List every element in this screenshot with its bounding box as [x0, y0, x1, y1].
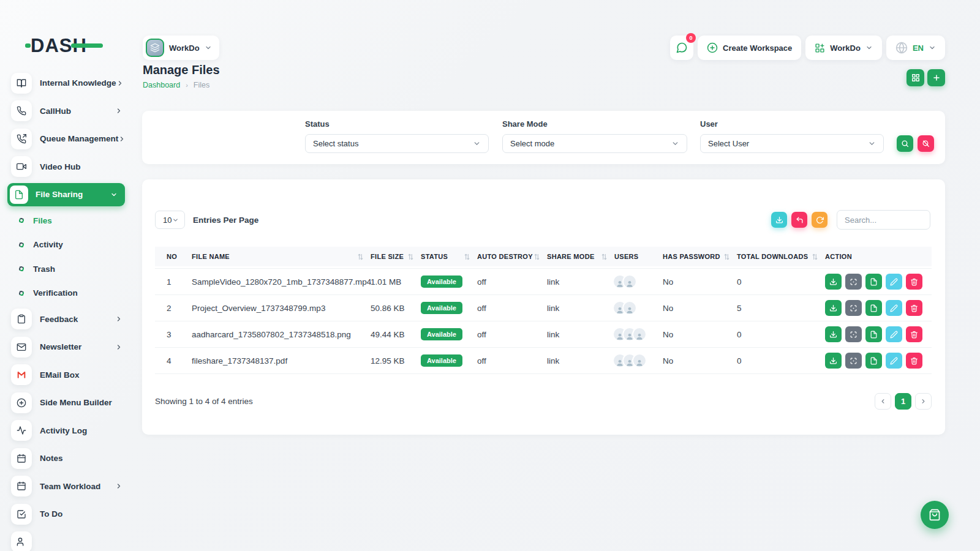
file-details-button[interactable]: [865, 326, 882, 342]
refresh-icon: [816, 216, 824, 224]
qr-scan-button[interactable]: [845, 326, 862, 342]
sidebar-subitem-label: Trash: [33, 264, 55, 274]
table-search-input[interactable]: [837, 210, 930, 230]
delete-button[interactable]: [906, 353, 922, 369]
undo-button[interactable]: [791, 212, 807, 228]
grid-view-button[interactable]: [907, 69, 924, 86]
delete-button[interactable]: [906, 300, 922, 316]
entries-per-page-select[interactable]: 10: [155, 211, 185, 229]
download-file-button[interactable]: [825, 353, 842, 369]
user-avatars: [612, 353, 663, 368]
qr-scan-button[interactable]: [845, 353, 862, 369]
table-row: 1 SampleVideo_1280x720_1mb_1737348877.mp…: [155, 269, 932, 295]
cell-total-downloads: 0: [737, 330, 825, 339]
chevron-down-icon: [473, 140, 481, 148]
edit-button[interactable]: [886, 326, 902, 342]
column-header-share-mode[interactable]: SHARE MODE: [547, 253, 614, 260]
sidebar-item-team-workload[interactable]: Team Workload: [0, 473, 132, 501]
sidebar-subitem-verification[interactable]: Verification: [0, 281, 132, 305]
user-select-value: Select User: [708, 139, 749, 148]
sidebar-subitem-activity[interactable]: Activity: [0, 233, 132, 257]
sidebar-item-callhub[interactable]: CallHub: [0, 97, 132, 126]
sidebar-item-notes[interactable]: Notes: [0, 444, 132, 473]
workspace-menu[interactable]: WorkDo: [805, 36, 882, 60]
pagination-next-button[interactable]: [915, 393, 932, 410]
table-controls: 10 Entries Per Page: [155, 210, 930, 230]
shopping-bag-icon: [929, 509, 941, 521]
table-footer: Showing 1 to 4 of 4 entries 1: [155, 393, 932, 410]
cell-total-downloads: 5: [737, 304, 825, 313]
delete-button[interactable]: [906, 326, 922, 342]
video-icon: [11, 156, 32, 177]
sidebar-item-internal-knowledge[interactable]: Internal Knowledge: [0, 69, 132, 97]
file-details-button[interactable]: [865, 353, 882, 369]
cart-fab-button[interactable]: [921, 501, 949, 529]
file-details-button[interactable]: [865, 300, 882, 316]
export-download-button[interactable]: [771, 212, 787, 228]
sidebar-item-feedback[interactable]: Feedback: [0, 305, 132, 334]
sidebar-subitem-trash[interactable]: Trash: [0, 257, 132, 282]
cell-users: [614, 274, 663, 289]
sidebar-item-to-do[interactable]: To Do: [0, 500, 132, 528]
qr-scan-button[interactable]: [845, 300, 862, 316]
messenger-button[interactable]: 0: [670, 36, 693, 60]
sidebar-item-activity-log[interactable]: Activity Log: [0, 417, 132, 445]
sidebar-item-file-sharing-pill[interactable]: File Sharing: [7, 183, 125, 206]
share-mode-select[interactable]: Select mode: [502, 134, 687, 153]
apply-filter-button[interactable]: [897, 135, 913, 152]
cell-file-size: 12.95 KB: [371, 356, 421, 365]
messenger-badge: 0: [686, 33, 696, 43]
sidebar-item-label: Notes: [40, 454, 123, 463]
sidebar-item-label: CallHub: [40, 107, 115, 116]
edit-button[interactable]: [886, 274, 902, 290]
column-header-file-size[interactable]: FILE SIZE: [371, 253, 421, 260]
sidebar-item-video-hub[interactable]: Video Hub: [0, 153, 132, 181]
user-avatars: [612, 301, 663, 315]
phone-icon: [11, 100, 32, 121]
pagination-page-1-button[interactable]: 1: [895, 393, 911, 410]
sidebar-item-newsletter[interactable]: Newsletter: [0, 333, 132, 361]
download-icon: [829, 331, 837, 339]
scan-icon: [850, 331, 858, 339]
status-select[interactable]: Select status: [305, 134, 489, 153]
users-icon: [11, 531, 32, 551]
edit-button[interactable]: [886, 300, 902, 316]
clear-filter-button[interactable]: [918, 135, 934, 152]
add-file-button[interactable]: [927, 69, 945, 86]
download-file-button[interactable]: [825, 274, 842, 290]
user-select[interactable]: Select User: [700, 134, 884, 153]
qr-scan-button[interactable]: [845, 274, 862, 290]
sidebar-item-queue-management[interactable]: Queue Management: [0, 125, 132, 153]
bullet-icon: [18, 290, 24, 296]
sidebar-item-partial[interactable]: [0, 528, 132, 551]
cell-file-name: SampleVideo_1280x720_1mb_1737348877.mp4: [192, 277, 371, 287]
column-header-auto-destroy[interactable]: AUTO DESTROY: [477, 253, 547, 260]
trash-icon: [910, 278, 918, 286]
language-selector[interactable]: EN: [886, 36, 945, 60]
cell-no: 1: [155, 277, 192, 287]
workspace-switcher[interactable]: WorkDo: [143, 36, 219, 60]
column-header-file-name[interactable]: FILE NAME: [192, 253, 371, 260]
sidebar-item-label: Newsletter: [40, 342, 115, 351]
column-header-status[interactable]: STATUS: [421, 253, 477, 260]
file-details-button[interactable]: [865, 274, 882, 290]
sidebar-item-email-box[interactable]: EMail Box: [0, 361, 132, 389]
user-avatars: [612, 274, 663, 289]
app-logo[interactable]: DASH: [31, 35, 98, 56]
cell-share-mode: link: [547, 277, 614, 287]
create-workspace-button[interactable]: Create Workspace: [698, 36, 801, 60]
delete-button[interactable]: [906, 274, 922, 290]
status-filter: Status Select status: [305, 119, 489, 153]
sidebar-subitem-files[interactable]: Files: [0, 209, 132, 233]
refresh-button[interactable]: [812, 212, 827, 228]
status-badge: Available: [421, 354, 462, 367]
edit-button[interactable]: [886, 353, 902, 369]
sidebar-item-side-menu-builder[interactable]: Side Menu Builder: [0, 389, 132, 417]
download-file-button[interactable]: [825, 300, 842, 316]
pagination-prev-button[interactable]: [875, 393, 891, 410]
chevron-down-icon: [671, 140, 679, 148]
column-header-has-password[interactable]: HAS PASSWORD: [663, 253, 737, 260]
download-file-button[interactable]: [825, 326, 842, 342]
column-header-total-downloads[interactable]: TOTAL DOWNLOADS: [737, 253, 825, 260]
breadcrumb-dashboard-link[interactable]: Dashboard: [143, 81, 180, 89]
